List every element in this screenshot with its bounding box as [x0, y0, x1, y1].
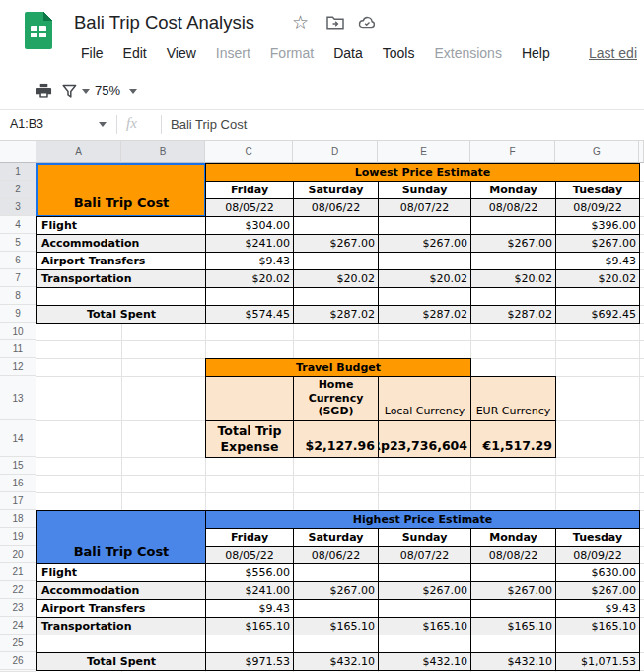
- value-cell[interactable]: $241.00: [205, 234, 294, 253]
- value-cell[interactable]: $267.00: [293, 234, 379, 253]
- value-cell[interactable]: $432.10: [470, 652, 556, 671]
- value-cell[interactable]: [378, 252, 471, 270]
- menu-item-extensions[interactable]: Extensions: [427, 45, 508, 61]
- print-icon[interactable]: [36, 83, 52, 100]
- move-folder-icon[interactable]: [325, 13, 345, 33]
- day-header-cell[interactable]: Monday: [470, 528, 556, 547]
- value-cell[interactable]: $165.10: [378, 617, 471, 635]
- value-cell[interactable]: $241.00: [205, 581, 294, 600]
- table-title-highest[interactable]: Highest Price Estimate: [205, 510, 640, 529]
- row-header-25[interactable]: 25: [0, 635, 36, 652]
- value-cell[interactable]: [470, 635, 556, 653]
- menu-item-edit[interactable]: Edit: [116, 45, 154, 61]
- day-header-cell[interactable]: Sunday: [378, 181, 471, 199]
- value-cell[interactable]: $20.02: [205, 269, 294, 288]
- menu-item-view[interactable]: View: [160, 45, 203, 61]
- value-cell[interactable]: [293, 563, 379, 582]
- value-cell[interactable]: [205, 635, 294, 653]
- name-box-caret-icon[interactable]: [99, 122, 107, 127]
- date-cell[interactable]: 08/08/22: [470, 546, 556, 564]
- row-header-12[interactable]: 12: [0, 358, 36, 376]
- row-header-9[interactable]: 9: [0, 305, 36, 323]
- value-cell[interactable]: $9.43: [205, 599, 294, 618]
- value-cell[interactable]: [378, 599, 471, 618]
- column-header-G[interactable]: G: [555, 141, 639, 163]
- row-header-4[interactable]: 4: [0, 216, 36, 234]
- budget-header-cell[interactable]: Local Currency: [378, 376, 471, 421]
- row-header-5[interactable]: 5: [0, 234, 36, 252]
- row-label-cell[interactable]: Flight: [36, 563, 206, 582]
- row-label-cell[interactable]: Flight: [36, 216, 206, 235]
- row-header-15[interactable]: 15: [0, 457, 36, 475]
- value-cell[interactable]: $432.10: [378, 652, 471, 671]
- value-cell[interactable]: $267.00: [470, 581, 556, 600]
- budget-header-cell[interactable]: EUR Currency: [470, 376, 556, 421]
- row-label-cell[interactable]: Transportation: [36, 617, 206, 635]
- value-cell[interactable]: [470, 287, 556, 306]
- zoom-caret-icon[interactable]: [129, 89, 137, 94]
- filter-caret-icon[interactable]: [82, 89, 90, 94]
- date-cell[interactable]: 08/08/22: [470, 198, 556, 217]
- row-header-1[interactable]: 1: [0, 163, 36, 181]
- value-cell[interactable]: [293, 252, 379, 270]
- value-cell[interactable]: [378, 635, 471, 653]
- value-cell[interactable]: $20.02: [470, 269, 556, 288]
- row-header-10[interactable]: 10: [0, 323, 36, 340]
- day-header-cell[interactable]: Tuesday: [555, 181, 640, 199]
- row-label-cell[interactable]: Accommodation: [36, 234, 206, 253]
- row-header-8[interactable]: 8: [0, 287, 36, 305]
- value-cell[interactable]: $9.43: [205, 252, 294, 270]
- value-cell[interactable]: [378, 216, 471, 235]
- filter-icon[interactable]: [61, 83, 78, 100]
- row-label-cell[interactable]: [36, 635, 206, 653]
- value-cell[interactable]: $574.45: [205, 305, 294, 324]
- menu-item-file[interactable]: File: [74, 45, 110, 61]
- row-header-16[interactable]: 16: [0, 475, 36, 492]
- date-cell[interactable]: 08/06/22: [293, 546, 379, 564]
- value-cell[interactable]: [555, 635, 640, 653]
- zoom-level[interactable]: 75%: [95, 83, 120, 98]
- value-cell[interactable]: $396.00: [555, 216, 640, 235]
- last-edit-link[interactable]: Last edi: [582, 45, 644, 61]
- row-header-7[interactable]: 7: [0, 269, 36, 287]
- day-header-cell[interactable]: Tuesday: [555, 528, 640, 547]
- value-cell[interactable]: $20.02: [293, 269, 379, 288]
- name-box[interactable]: A1:B3: [10, 117, 43, 131]
- column-header-A[interactable]: A: [36, 141, 121, 163]
- menu-item-tools[interactable]: Tools: [376, 45, 422, 61]
- row-label-cell[interactable]: Accommodation: [36, 581, 206, 600]
- budget-value-cell[interactable]: €1,517.29: [470, 420, 556, 458]
- value-cell[interactable]: $267.00: [555, 234, 640, 253]
- row-header-24[interactable]: 24: [0, 617, 36, 635]
- row-label-cell[interactable]: [36, 287, 206, 306]
- value-cell[interactable]: $267.00: [470, 234, 556, 253]
- value-cell[interactable]: $971.53: [205, 652, 294, 671]
- value-cell[interactable]: $165.10: [205, 617, 294, 635]
- column-header-B[interactable]: B: [121, 141, 205, 163]
- date-cell[interactable]: 08/07/22: [378, 198, 471, 217]
- value-cell[interactable]: $165.10: [293, 617, 379, 635]
- value-cell[interactable]: $267.00: [555, 581, 640, 600]
- value-cell[interactable]: [205, 287, 294, 306]
- value-cell[interactable]: $432.10: [293, 652, 379, 671]
- value-cell[interactable]: $630.00: [555, 563, 640, 582]
- value-cell[interactable]: $692.45: [555, 305, 640, 324]
- row-header-3[interactable]: 3: [0, 198, 36, 216]
- date-cell[interactable]: 08/09/22: [555, 198, 640, 217]
- day-header-cell[interactable]: Sunday: [378, 528, 471, 547]
- value-cell[interactable]: [293, 599, 379, 618]
- value-cell[interactable]: [470, 599, 556, 618]
- value-cell[interactable]: $287.02: [470, 305, 556, 324]
- menu-item-format[interactable]: Format: [263, 45, 321, 61]
- value-cell[interactable]: [293, 287, 379, 306]
- row-header-13[interactable]: 13: [0, 376, 36, 420]
- row-header-19[interactable]: 19: [0, 528, 36, 546]
- table-corner-highest[interactable]: Bali Trip Cost: [36, 510, 206, 564]
- corner-box[interactable]: [0, 141, 36, 163]
- row-header-6[interactable]: 6: [0, 252, 36, 269]
- row-label-cell[interactable]: Airport Transfers: [36, 599, 206, 618]
- day-header-cell[interactable]: Friday: [205, 528, 294, 547]
- value-cell[interactable]: [378, 563, 471, 582]
- value-cell[interactable]: $287.02: [293, 305, 379, 324]
- menu-item-help[interactable]: Help: [515, 45, 557, 61]
